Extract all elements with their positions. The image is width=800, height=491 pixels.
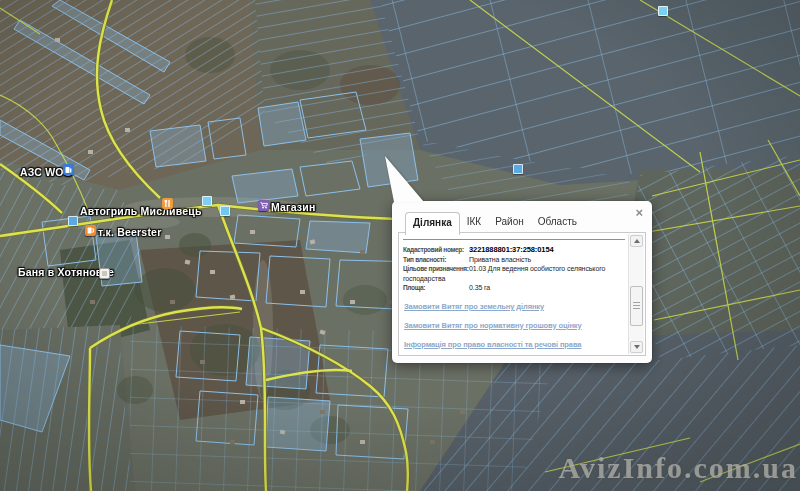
- poi-marker-icon[interactable]: [220, 206, 230, 216]
- app-window: АЗС WOG Автогриль Мисливець т.к. Beerste…: [0, 0, 800, 491]
- scroll-up-icon[interactable]: [630, 235, 643, 247]
- cadastral-number-value: 3221888801:37:258:0154: [469, 245, 554, 254]
- field-label: Цільове призначення:: [403, 264, 469, 274]
- poi-marker-icon[interactable]: [202, 196, 212, 206]
- map-label-autogrill: Автогриль Мисливець: [80, 205, 202, 217]
- tab-oblast[interactable]: Область: [531, 212, 584, 232]
- scrollbar-thumb[interactable]: [630, 286, 643, 326]
- fuel-station-icon[interactable]: [63, 164, 74, 175]
- scroll-down-icon[interactable]: [630, 341, 643, 353]
- ownership-type-value: Приватна власність: [469, 256, 531, 263]
- map-label-beerster: т.к. Beerster: [98, 226, 161, 238]
- field-row-purpose: Цільове призначення:01.03 Для ведення ос…: [403, 264, 625, 283]
- popup-scrollbar[interactable]: [628, 234, 644, 354]
- map-label-shop: Магазин: [271, 201, 315, 213]
- link-ownership-rights-info[interactable]: Інформація про право власності та речові…: [404, 340, 625, 349]
- parcel-info-popup: × ДілянкаІККРайонОбласть Кадастровий ном…: [392, 201, 652, 363]
- popup-tabbar: ДілянкаІККРайонОбласть: [392, 201, 652, 231]
- beer-pub-icon[interactable]: [85, 225, 96, 236]
- field-row-area: Площа:0.35 га: [403, 283, 625, 293]
- popup-content: Кадастровий номер:3221888801:37:258:0154…: [398, 232, 646, 356]
- tab-rayon[interactable]: Район: [488, 212, 531, 232]
- tab-ikk[interactable]: ІКК: [460, 212, 488, 232]
- site-watermark: AvizInfo.com.ua: [559, 451, 798, 485]
- popup-links: Замовити Витяг про земельну ділянку Замо…: [403, 302, 625, 349]
- link-order-parcel-extract[interactable]: Замовити Витяг про земельну ділянку: [404, 302, 625, 311]
- poi-marker-icon[interactable]: [68, 216, 78, 226]
- poi-marker-icon[interactable]: [658, 6, 668, 16]
- field-row-ownership-type: Тип власності:Приватна власність: [403, 255, 625, 265]
- link-order-valuation-extract[interactable]: Замовити Витяг про нормативну грошову оц…: [404, 321, 625, 330]
- bath-icon[interactable]: [99, 268, 110, 279]
- poi-marker-icon[interactable]: [513, 164, 523, 174]
- area-value: 0.35 га: [469, 284, 490, 291]
- field-label: Тип власності:: [403, 255, 469, 265]
- tab-dilyanka[interactable]: Ділянка: [405, 212, 460, 235]
- content-divider: [403, 239, 625, 240]
- field-row-cadastral-number: Кадастровий номер:3221888801:37:258:0154: [403, 245, 625, 255]
- shopping-cart-icon[interactable]: [258, 200, 269, 211]
- popup-pointer: [382, 156, 428, 202]
- restaurant-icon[interactable]: [162, 198, 173, 209]
- field-label: Площа:: [403, 283, 469, 293]
- field-label: Кадастровий номер:: [403, 245, 469, 255]
